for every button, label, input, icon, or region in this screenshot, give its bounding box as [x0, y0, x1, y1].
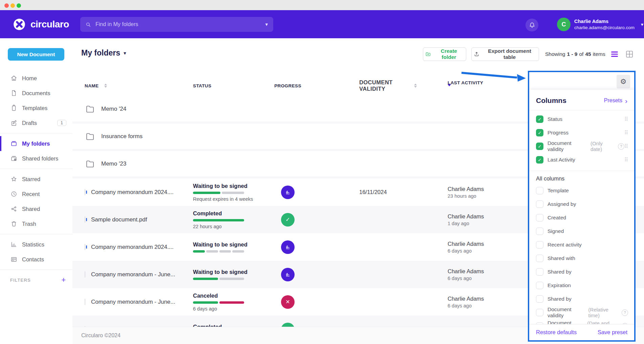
- drag-handle-icon[interactable]: ⠿: [624, 157, 628, 163]
- new-document-button[interactable]: New Document: [8, 48, 64, 61]
- sidebar-item-starred[interactable]: Starred: [0, 172, 72, 187]
- sidebar-item-trash[interactable]: Trash: [0, 216, 72, 231]
- unchecked-checkbox[interactable]: [536, 187, 543, 194]
- progress-bar: [193, 250, 244, 253]
- column-header-document-validity[interactable]: DOCUMENT VALIDITY: [359, 80, 417, 91]
- sidebar-item-shared-folders[interactable]: Shared folders: [0, 151, 72, 166]
- sidebar-item-my-folders[interactable]: My folders: [0, 136, 72, 151]
- unchecked-checkbox[interactable]: [536, 255, 543, 262]
- sidebar-item-statistics[interactable]: Statistics: [0, 237, 72, 252]
- export-document-table-button[interactable]: Export document table: [471, 47, 539, 61]
- signature-icon: [284, 271, 292, 278]
- checked-checkbox[interactable]: ✓: [536, 156, 543, 164]
- name-cell: Insurance forms: [85, 124, 186, 149]
- name-cell: Memo '23: [85, 151, 186, 176]
- completed-check-icon: ✓: [281, 213, 295, 227]
- gear-icon: ⚙: [620, 78, 627, 86]
- unchecked-checkbox[interactable]: [536, 241, 543, 249]
- item-name: Memo '23: [101, 160, 126, 167]
- signature-icon: [284, 243, 292, 251]
- sidebar-item-label: Shared: [22, 206, 40, 212]
- sidebar-divider: [0, 169, 72, 169]
- folder-icon: [85, 131, 95, 142]
- drag-handle-icon[interactable]: ⠿: [624, 143, 628, 149]
- search-input[interactable]: [95, 21, 264, 28]
- avatar: C: [557, 18, 571, 31]
- column-header-last-activity[interactable]: LAST ACTIVITY: [448, 80, 522, 91]
- create-folder-label: Create folder: [434, 48, 464, 60]
- table-settings-strip: ⚙: [529, 72, 634, 90]
- checked-checkbox[interactable]: ✓: [536, 115, 543, 123]
- file-icon: [10, 89, 18, 97]
- presets-link[interactable]: Presets ›: [604, 97, 627, 104]
- draft-icon: [10, 119, 18, 127]
- progress-cell: [274, 233, 301, 261]
- circularo-logo[interactable]: circularo: [12, 10, 69, 38]
- unchecked-checkbox[interactable]: [536, 228, 543, 235]
- unchecked-checkbox[interactable]: [536, 268, 543, 276]
- trash-icon: [10, 220, 18, 228]
- window-zoom-button[interactable]: [17, 3, 21, 8]
- progress-segment-green: [193, 219, 244, 221]
- checked-checkbox[interactable]: ✓: [536, 129, 543, 136]
- sidebar-item-label: Shared folders: [22, 155, 58, 162]
- unchecked-checkbox[interactable]: [536, 282, 543, 289]
- grid-view-toggle[interactable]: [625, 50, 634, 59]
- export-icon: [474, 51, 479, 57]
- drag-handle-icon[interactable]: ⠿: [624, 130, 628, 136]
- save-preset-link[interactable]: Save preset: [598, 329, 627, 336]
- sort-desc-icon: [448, 86, 451, 91]
- chevron-right-icon: ›: [625, 97, 627, 104]
- column-option-shared-with: Shared with: [529, 252, 634, 265]
- checked-checkbox[interactable]: ✓: [536, 143, 543, 150]
- sidebar-item-recent[interactable]: Recent: [0, 187, 72, 201]
- sidebar-item-drafts[interactable]: Drafts1: [0, 115, 72, 130]
- add-filter-button[interactable]: +: [61, 276, 66, 284]
- activity-time: 1 day ago: [448, 221, 469, 226]
- unchecked-checkbox[interactable]: [536, 200, 543, 208]
- user-menu[interactable]: C Charlie Adams charlie.adams@circularo.…: [557, 18, 643, 31]
- progress-cell: ✕: [274, 288, 301, 316]
- visible-column-last-activity: ✓Last Activity⠿: [529, 153, 634, 167]
- column-header-label: LAST ACTIVITY: [448, 80, 483, 85]
- notifications-button[interactable]: [525, 19, 538, 31]
- sidebar-item-templates[interactable]: Templates: [0, 101, 72, 115]
- visible-columns-list: ✓Status⠿✓Progress⠿✓Document validity(Onl…: [529, 110, 634, 167]
- stats-icon: [10, 241, 18, 248]
- search-scope-chevron-down-icon[interactable]: ▾: [264, 20, 269, 29]
- window-close-button[interactable]: [4, 3, 9, 8]
- restore-defaults-link[interactable]: Restore defaults: [536, 329, 577, 336]
- unchecked-checkbox[interactable]: [536, 295, 543, 303]
- toolbar: My folders ▾ Create folder Export docume…: [72, 38, 644, 69]
- grid-view-icon: [625, 50, 634, 59]
- presets-label: Presets: [604, 98, 622, 104]
- help-icon[interactable]: ?: [622, 309, 628, 316]
- document-thumbnail: [85, 216, 85, 223]
- column-settings-button[interactable]: ⚙: [617, 75, 630, 88]
- unchecked-checkbox[interactable]: [536, 214, 543, 221]
- unchecked-checkbox[interactable]: [536, 309, 543, 316]
- progress-bar: [193, 192, 244, 194]
- activity-time: 23 hours ago: [448, 193, 476, 199]
- global-search[interactable]: ▾: [80, 17, 273, 32]
- column-option-label: Last Activity: [548, 157, 575, 163]
- clock-icon: [10, 190, 18, 198]
- sidebar-item-documents[interactable]: Documents: [0, 86, 72, 101]
- window-minimize-button[interactable]: [10, 3, 15, 8]
- folder-scope-dropdown[interactable]: My folders ▾: [81, 48, 126, 58]
- sidebar-item-contacts[interactable]: Contacts: [0, 252, 72, 267]
- create-folder-button[interactable]: Create folder: [423, 47, 466, 61]
- help-icon[interactable]: ?: [618, 143, 624, 150]
- progress-segment-green: [193, 278, 218, 280]
- sidebar-item-home[interactable]: Home: [0, 71, 72, 86]
- column-option-label: Document validity: [548, 320, 585, 324]
- activity-time: 6 days ago: [448, 248, 472, 254]
- item-name: Insurance forms: [101, 133, 143, 140]
- folder-icon: [85, 104, 95, 114]
- column-header-name[interactable]: NAME: [85, 80, 186, 91]
- name-cell: Company memorandum - June...: [85, 288, 186, 316]
- sidebar-item-shared[interactable]: Shared: [0, 201, 72, 216]
- list-view-toggle[interactable]: [610, 50, 619, 59]
- page-title: My folders: [81, 48, 120, 58]
- drag-handle-icon[interactable]: ⠿: [624, 116, 628, 122]
